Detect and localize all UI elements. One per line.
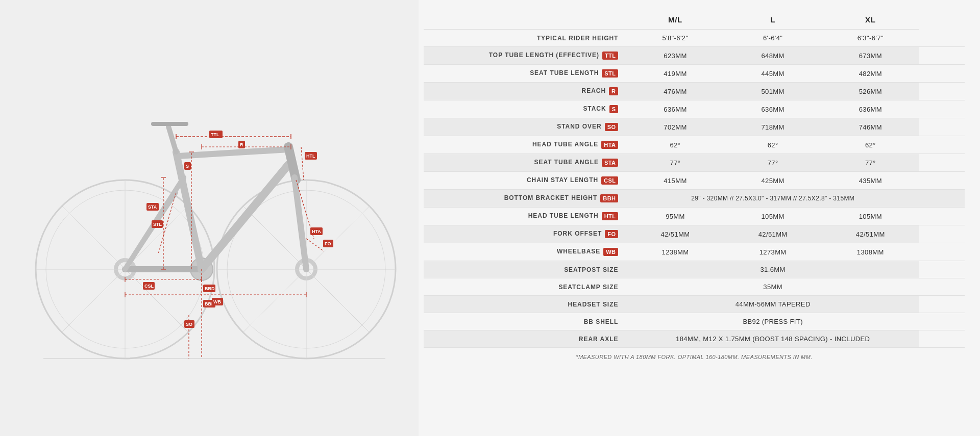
row-label: BOTTOM BRACKET HEIGHTBBH [424,190,626,208]
table-row: FORK OFFSETFO42/51MM42/51MM42/51MM [424,225,965,243]
svg-line-48 [306,239,324,251]
row-badge: HTA [601,141,618,149]
row-value-2: 6'3"-6'7" [822,30,919,47]
row-value-1: 105MM [724,208,822,225]
row-label: HEADSET SIZE [424,296,626,313]
row-value-0: 623MM [626,47,724,65]
row-value-0: 62° [626,136,724,154]
svg-text:TTL: TTL [211,132,219,137]
row-value-1: 425MM [724,172,822,190]
table-row: HEAD TUBE ANGLEHTA62°62°62° [424,136,965,154]
row-value-0: 77° [626,154,724,172]
bike-svg-container: TTL R S STA HTL HTA STL [18,19,401,417]
row-value-2: 636MM [822,100,919,118]
svg-text:HTL: HTL [306,153,315,159]
row-value-0: 29" - 320MM // 27.5X3.0" - 317MM // 27.5… [626,190,919,208]
row-value-colspan: 31.6MM [626,261,919,278]
specs-table-wrapper: M/L L XL TYPICAL RIDER HEIGHT5'8"-6'2"6'… [419,0,980,436]
row-value-2 [942,190,965,208]
row-label: SEAT TUBE ANGLESTA [424,154,626,172]
svg-line-23 [295,177,306,269]
svg-line-24 [168,126,176,152]
row-badge: CSL [601,176,618,185]
svg-text:WB: WB [213,299,221,304]
col-header-label [424,10,626,30]
specs-table: M/L L XL TYPICAL RIDER HEIGHT5'8"-6'2"6'… [424,10,965,348]
row-value-colspan: 35MM [626,278,919,296]
row-value-2: 77° [822,154,919,172]
svg-text:R: R [240,142,243,147]
row-label: REAR AXLE [424,330,626,348]
table-row: STACKS636MM636MM636MM [424,100,965,118]
row-value-2: 435MM [822,172,919,190]
row-label: WHEELBASEWB [424,243,626,261]
table-row: SEATCLAMP SIZE35MM [424,278,965,296]
svg-text:FO: FO [325,241,331,246]
row-value-0: 1238MM [626,243,724,261]
row-badge: HTL [602,212,619,220]
row-value-2: 673MM [822,47,919,65]
table-row: TYPICAL RIDER HEIGHT5'8"-6'2"6'-6'4"6'3"… [424,30,965,47]
col-header-xl: XL [822,10,919,30]
row-value-0: 419MM [626,65,724,83]
row-badge: S [609,105,619,113]
row-value-0: 5'8"-6'2" [626,30,724,47]
row-label: FORK OFFSETFO [424,225,626,243]
row-badge: TTL [602,52,618,60]
table-row: WHEELBASEWB1238MM1273MM1308MM [424,243,965,261]
table-row: HEADSET SIZE44MM-56MM TAPERED [424,296,965,313]
svg-line-19 [179,149,288,156]
row-label: STACKS [424,100,626,118]
svg-text:CSL: CSL [144,284,154,289]
row-value-1 [919,190,942,208]
table-row: REAR AXLE184MM, M12 X 1.75MM (BOOST 148 … [424,330,965,348]
row-badge: BBH [600,194,618,202]
svg-text:SO: SO [186,322,192,327]
row-value-2: 42/51MM [822,225,919,243]
row-value-colspan: 44MM-56MM TAPERED [626,296,919,313]
row-value-2: 1308MM [822,243,919,261]
svg-text:STA: STA [148,204,157,210]
table-row: HEAD TUBE LENGTHHTL95MM105MM105MM [424,208,965,225]
row-value-2: 746MM [822,118,919,136]
table-row: SEATPOST SIZE31.6MM [424,261,965,278]
row-value-0: 42/51MM [626,225,724,243]
row-badge: R [609,87,618,95]
row-value-colspan: 184MM, M12 X 1.75MM (BOOST 148 SPACING) … [626,330,919,348]
row-value-colspan: BB92 (PRESS FIT) [626,313,919,330]
row-label: SEAT TUBE LENGTHSTL [424,65,626,83]
table-row: CHAIN STAY LENGTHCSL415MM425MM435MM [424,172,965,190]
table-row: TOP TUBE LENGTH (EFFECTIVE)TTL623MM648MM… [424,47,965,65]
row-value-0: 415MM [626,172,724,190]
row-value-2: 62° [822,136,919,154]
row-value-0: 476MM [626,83,724,100]
row-label: TOP TUBE LENGTH (EFFECTIVE)TTL [424,47,626,65]
table-row: SEAT TUBE ANGLESTA77°77°77° [424,154,965,172]
table-row: STAND OVERSO702MM718MM746MM [424,118,965,136]
col-header-l: L [724,10,822,30]
row-badge: STA [602,159,619,167]
svg-text:S: S [186,164,189,169]
row-value-1: 501MM [724,83,822,100]
col-header-ml: M/L [626,10,724,30]
row-label: CHAIN STAY LENGTHCSL [424,172,626,190]
row-label: SEATPOST SIZE [424,261,626,278]
table-row: BOTTOM BRACKET HEIGHTBBH29" - 320MM // 2… [424,190,965,208]
row-value-1: 636MM [724,100,822,118]
row-badge: SO [605,123,619,131]
row-label: TYPICAL RIDER HEIGHT [424,30,626,47]
row-value-1: 62° [724,136,822,154]
row-value-2: 482MM [822,65,919,83]
row-value-0: 95MM [626,208,724,225]
row-label: BB SHELL [424,313,626,330]
row-badge: FO [605,230,618,238]
row-value-1: 6'-6'4" [724,30,822,47]
table-row: REACHR476MM501MM526MM [424,83,965,100]
row-value-1: 77° [724,154,822,172]
row-value-1: 648MM [724,47,822,65]
row-label: REACHR [424,83,626,100]
table-row: BB SHELLBB92 (PRESS FIT) [424,313,965,330]
table-row: SEAT TUBE LENGTHSTL419MM445MM482MM [424,65,965,83]
svg-line-18 [202,165,288,269]
row-value-1: 445MM [724,65,822,83]
